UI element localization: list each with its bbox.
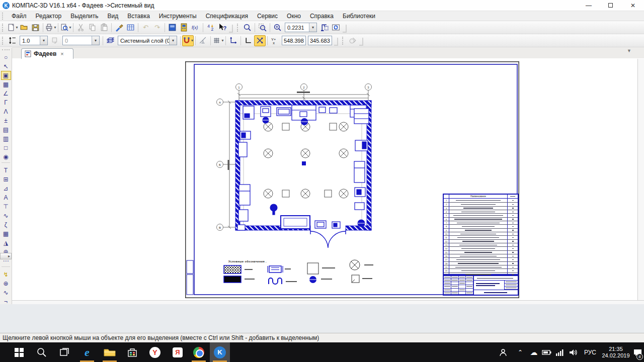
copies-button[interactable] <box>49 35 61 46</box>
left-toolbar-grip[interactable] <box>2 49 10 52</box>
coordinate-x-field[interactable] <box>282 36 306 45</box>
print-preview-button[interactable]: ▾ <box>60 22 71 33</box>
zoom-frame-button[interactable] <box>257 22 268 33</box>
coordinate-y-field[interactable] <box>308 36 332 45</box>
paste-button[interactable] <box>98 22 110 33</box>
tray-chevron-up-icon[interactable]: ⌃ <box>514 342 526 362</box>
perpendicular-button[interactable] <box>197 35 209 46</box>
state-toolbar-grip[interactable] <box>2 37 5 45</box>
zoom-select-button[interactable] <box>242 22 253 33</box>
print-dropdown-arrow[interactable]: ▾ <box>54 25 56 30</box>
fit-sheet-button[interactable] <box>318 22 330 33</box>
sheets-tool[interactable]: ▥ <box>1 134 11 143</box>
maximize-button[interactable] <box>603 1 618 10</box>
onedrive-cloud-icon[interactable]: ☁ <box>527 342 540 362</box>
clock[interactable]: 21:35 24.02.2019 <box>600 342 632 362</box>
textbox-tool[interactable]: A <box>1 193 11 202</box>
toolbar-overflow-chevron[interactable]: ▼ <box>627 48 631 53</box>
yandex-taskbar-icon[interactable]: Я <box>168 342 188 362</box>
yandex-browser-taskbar-icon[interactable]: Y <box>145 342 165 362</box>
menu-file[interactable]: Файл <box>7 11 31 21</box>
toolbar-grip[interactable] <box>2 24 5 32</box>
people-tray-icon[interactable] <box>496 342 511 362</box>
cells-button[interactable] <box>125 22 136 33</box>
grid-button[interactable]: ▾ <box>212 35 224 46</box>
copies-combobox[interactable]: 0▾ <box>62 36 100 45</box>
squiggle-tool[interactable]: ∿ <box>1 288 11 297</box>
local-csys-button[interactable] <box>227 35 239 46</box>
grid-dropdown-arrow[interactable]: ▾ <box>221 38 223 43</box>
layers-button[interactable] <box>105 35 116 46</box>
print-button[interactable]: ▾ <box>45 22 56 33</box>
format-brush-button[interactable] <box>113 22 125 33</box>
formula-fx-button[interactable]: f(x) <box>190 22 201 33</box>
corner-button[interactable] <box>243 35 254 46</box>
network-signal-icon[interactable] <box>553 342 567 362</box>
edit-tool[interactable]: Γ <box>1 98 11 107</box>
zoom-scale-combobox[interactable]: 0.2231▾ <box>285 23 317 32</box>
vertical-scrollbar[interactable] <box>637 59 644 300</box>
menu-editor[interactable]: Редактор <box>31 11 66 21</box>
cut-button[interactable] <box>75 22 87 33</box>
measure-tool[interactable]: Λ <box>1 107 11 116</box>
zoom-toolbar-grip[interactable] <box>237 24 240 32</box>
store-taskbar-icon[interactable] <box>122 342 142 362</box>
target-tool[interactable]: ⊕ <box>1 279 11 288</box>
zoom-combo-arrow[interactable]: ▾ <box>309 23 316 32</box>
redo-button[interactable]: ↷ <box>151 22 163 33</box>
undo-button[interactable]: ↶ <box>140 22 151 33</box>
frame-tool[interactable]: ⊤ <box>1 202 11 211</box>
close-button[interactable]: ✕ <box>625 1 640 10</box>
calc-tool[interactable]: □ <box>1 143 11 152</box>
refresh-view-button[interactable] <box>330 22 342 33</box>
views-tool[interactable]: ▤ <box>1 125 11 134</box>
device-button[interactable] <box>178 22 190 33</box>
datum-tool[interactable]: ζ <box>1 220 11 229</box>
new-dropdown-arrow[interactable]: ▾ <box>16 25 18 30</box>
snap-magnet-button[interactable]: ▾ <box>182 35 194 46</box>
menu-window[interactable]: Окно <box>282 11 305 21</box>
battery-icon[interactable] <box>540 342 553 362</box>
menu-insert[interactable]: Вставка <box>123 11 154 21</box>
start-button[interactable] <box>9 342 29 362</box>
menu-view[interactable]: Вид <box>103 11 123 21</box>
preview-dropdown-arrow[interactable]: ▾ <box>69 25 71 30</box>
language-indicator[interactable]: РУС <box>581 342 600 362</box>
task-view-button[interactable] <box>54 342 74 362</box>
lightning-tool[interactable]: ↯ <box>1 270 11 279</box>
menu-select[interactable]: Выделить <box>66 11 103 21</box>
angle-tool[interactable]: ∠ <box>1 89 11 98</box>
snap-dropdown-arrow[interactable]: ▾ <box>191 38 193 43</box>
file-explorer-taskbar-icon[interactable] <box>100 342 120 362</box>
minimize-button[interactable]: — <box>581 1 596 10</box>
menu-specification[interactable]: Спецификация <box>201 11 253 21</box>
parametrize-tool[interactable]: ± <box>1 116 11 125</box>
horizontal-scrollbar[interactable] <box>12 300 644 304</box>
layer-combobox[interactable]: Системный слой (0)▾ <box>118 36 177 45</box>
speaker-icon[interactable] <box>567 342 581 362</box>
tolerance-tool[interactable]: ⊿ <box>1 184 11 193</box>
table-tool[interactable]: ⊞ <box>1 175 11 184</box>
tab-close-icon[interactable]: × <box>60 51 63 57</box>
edge-taskbar-icon[interactable]: e <box>77 342 97 362</box>
left-toolbar-scroll[interactable]: ▸ <box>0 253 12 259</box>
step-combobox[interactable]: 1.0▾ <box>20 36 48 45</box>
polyline-tool[interactable]: ∿ <box>1 211 11 220</box>
menu-help[interactable]: Справка <box>305 11 338 21</box>
taskbar-search-button[interactable] <box>32 342 52 362</box>
chrome-taskbar-icon[interactable] <box>189 342 209 362</box>
zoom-in-button[interactable] <box>272 22 283 33</box>
extra-toolbar-grip[interactable] <box>342 37 345 45</box>
current-tool[interactable]: ▣ <box>1 71 11 80</box>
menu-libraries[interactable]: Библиотеки <box>338 11 380 21</box>
kompas-taskbar-icon[interactable]: K <box>210 342 230 362</box>
geometry-tool[interactable]: ○ <box>1 53 11 62</box>
context-help-button[interactable]: ? <box>216 22 228 33</box>
open-button[interactable] <box>18 22 30 33</box>
menu-service[interactable]: Сервис <box>253 11 282 21</box>
eraser-button[interactable] <box>347 35 358 46</box>
step-button[interactable] <box>7 35 18 46</box>
copy-button[interactable] <box>87 22 98 33</box>
action-center-icon[interactable]: 8 <box>632 342 644 362</box>
text-align-tool[interactable]: ◮ <box>1 238 11 247</box>
